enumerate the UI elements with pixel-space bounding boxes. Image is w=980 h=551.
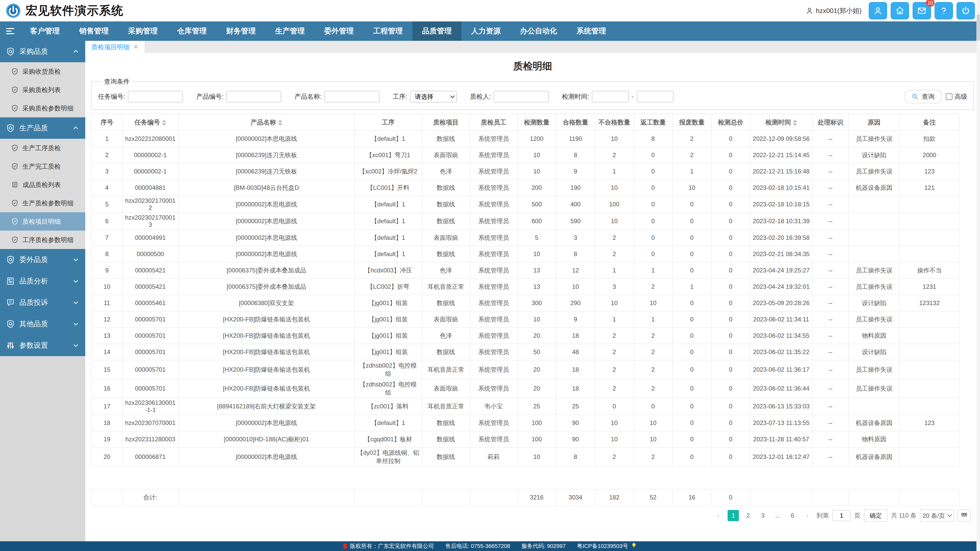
table-row[interactable]: 9000005421[00006375]委外成本叠加成品【hcdx003】冲压色…	[92, 262, 959, 279]
sidebar-item-成品质检列表[interactable]: 成品质检列表	[0, 176, 85, 194]
table-cell: --	[812, 344, 849, 360]
sidebar-group-品质投诉[interactable]: 品质投诉	[0, 292, 85, 313]
nav-item-系统管理[interactable]: 系统管理	[567, 21, 616, 41]
nav-item-人力资源[interactable]: 人力资源	[461, 21, 511, 41]
nav-item-财务管理[interactable]: 财务管理	[216, 21, 266, 41]
table-cell: 员工操作失误	[849, 379, 900, 398]
prev-page-button[interactable]: ‹	[713, 510, 724, 521]
nav-item-办公自动化[interactable]: 办公自动化	[511, 21, 567, 41]
table-cell: 系统管理员	[470, 327, 517, 344]
mail-button[interactable]: 10	[913, 2, 931, 19]
table-row[interactable]: 800000500[00000002]本思电源线【default】1数据线系统管…	[92, 246, 959, 262]
table-cell: 【default】1	[355, 213, 422, 230]
totals-cell: 0	[711, 489, 750, 506]
sidebar-item-生产完工质检[interactable]: 生产完工质检	[0, 157, 85, 176]
nav-item-客户管理[interactable]: 客户管理	[21, 21, 69, 41]
next-page-button[interactable]: ›	[802, 510, 813, 521]
check-time-end-input[interactable]	[637, 91, 673, 103]
table-row[interactable]: 17hzx202306130001-1-1[8894162189]右前大灯横梁安…	[92, 398, 959, 415]
table-row[interactable]: 14000005701[HX200-FB]防爆链条输送包装机【jg001】组装数…	[92, 344, 959, 360]
table-cell: 2023-06-02 11:35:22	[750, 344, 812, 360]
sidebar-group-采购品质[interactable]: 采购品质	[0, 41, 85, 62]
sidebar-group-生产品质[interactable]: 生产品质	[0, 118, 85, 139]
sidebar-group-参数设置[interactable]: 参数设置	[0, 335, 85, 356]
sort-icon[interactable]	[162, 120, 166, 126]
table-cell: [BM-003D]48云台托盘D	[178, 179, 355, 196]
table-row[interactable]: 300000002-1[00006239]连刀无铁板【xc002】冷焊/氩焊2色…	[92, 163, 959, 179]
page-button-6[interactable]: 6	[787, 510, 798, 521]
table-cell: 18	[556, 379, 595, 398]
sidebar-item-生产工序质检[interactable]: 生产工序质检	[0, 139, 85, 157]
table-cell: 12	[92, 311, 122, 327]
sort-icon[interactable]	[278, 120, 282, 126]
process-select[interactable]: 请选择	[410, 91, 457, 103]
sidebar-item-采购质检参数明细[interactable]: 采购质检参数明细	[0, 99, 85, 118]
layout-toggle-button[interactable]	[958, 510, 971, 522]
table-cell	[900, 448, 959, 466]
table-row[interactable]: 1hzx202212080001[00000002]本思电源线【default】…	[92, 130, 959, 147]
table-row[interactable]: 12000005701[HX200-FB]防爆链条输送包装机【jg001】组装表…	[92, 311, 959, 327]
tab-quality-item-detail[interactable]: 质检项目明细 ✕	[85, 41, 145, 53]
nav-item-委外管理[interactable]: 委外管理	[314, 21, 363, 41]
search-button[interactable]: 查询	[904, 90, 942, 103]
home-button[interactable]	[891, 2, 909, 19]
sidebar-group-其他品质[interactable]: 其他品质	[0, 313, 85, 335]
sidebar-item-生产质检参数明细[interactable]: 生产质检参数明细	[0, 194, 85, 212]
table-row[interactable]: 10000005421[00006375]委外成本叠加成品【LC002】折弯耳机…	[92, 279, 959, 295]
table-row[interactable]: 7000004991[00000002]本思电源线【default】1表面瑕疵系…	[92, 230, 959, 246]
inspector-input[interactable]	[493, 91, 549, 103]
product-no-input[interactable]	[226, 91, 281, 103]
table-row[interactable]: 19hzx202311280003[00000010]HD-188(AC)橱柜)…	[92, 431, 959, 448]
table-row[interactable]: 15000005701[HX200-FB]防爆链条输送包装机【zdhsb002】…	[92, 360, 959, 379]
column-header-任务编号[interactable]: 任务编号	[122, 114, 178, 130]
table-row[interactable]: 13000005701[HX200-FB]防爆链条输送包装机【jg001】组装色…	[92, 327, 959, 344]
table-row[interactable]: 6hzx2023021700013[00000002]本思电源线【default…	[92, 213, 959, 230]
column-header-产品名称[interactable]: 产品名称	[178, 114, 355, 130]
table-cell	[900, 431, 959, 448]
confirm-button[interactable]: 确定	[864, 510, 887, 522]
table-row[interactable]: 18hzx202307070001[00000002]本思电源线【default…	[92, 415, 959, 431]
sort-icon[interactable]	[793, 120, 797, 126]
user-info[interactable]: hzx001(郑小姐)	[806, 6, 862, 15]
help-button[interactable]	[935, 2, 953, 19]
sidebar-item-采购收货质检[interactable]: 采购收货质检	[0, 62, 85, 81]
check-time-start-input[interactable]	[592, 91, 628, 103]
product-name-input[interactable]	[325, 91, 380, 103]
advanced-checkbox[interactable]	[946, 94, 953, 100]
table-row[interactable]: 4000004881[BM-003D]48云台托盘D【LC001】开料数据线系统…	[92, 179, 959, 196]
power-button[interactable]	[956, 2, 975, 19]
avatar-button[interactable]	[869, 2, 887, 19]
page-button-2[interactable]: 2	[742, 510, 754, 521]
table-row[interactable]: 5hzx2023021700012[00000002]本思电源线【default…	[92, 196, 959, 213]
table-cell: 2022-12-21 15:14:45	[750, 147, 812, 163]
page-button-1[interactable]: 1	[728, 510, 739, 521]
task-no-input[interactable]	[128, 91, 183, 103]
sidebar-item-工序质检参数明细[interactable]: 工序质检参数明细	[0, 230, 85, 249]
scrollbar-thumb[interactable]	[977, 14, 980, 41]
table-row[interactable]: 200000002-1[00006239]连刀无铁板【xc001】弯刀1表面瑕疵…	[92, 147, 959, 163]
table-row[interactable]: 16000005701[HX200-FB]防爆链条输送包装机【zdhsb002】…	[92, 379, 959, 398]
page-scrollbar[interactable]	[977, 0, 980, 551]
page-size-select[interactable]: 20 条/页	[920, 510, 954, 522]
nav-item-销售管理[interactable]: 销售管理	[69, 21, 118, 41]
sidebar-item-采购质检列表[interactable]: 采购质检列表	[0, 81, 85, 99]
column-header-检测时间[interactable]: 检测时间	[750, 114, 812, 130]
sidebar-item-质检项目明细[interactable]: 质检项目明细	[0, 212, 85, 230]
nav-item-采购管理[interactable]: 采购管理	[118, 21, 167, 41]
table-cell: 3	[556, 230, 595, 246]
table-row[interactable]: 20000006871[00000002]本思电源线【dy02】电源线铜、铝单丝…	[92, 448, 959, 466]
page-button-3[interactable]: 3	[757, 510, 768, 521]
menu-toggle-icon[interactable]	[0, 21, 21, 41]
sidebar-group-品质分析[interactable]: 品质分析	[0, 270, 85, 292]
nav-item-工程管理[interactable]: 工程管理	[363, 21, 412, 41]
sidebar-group-委外品质[interactable]: 委外品质	[0, 249, 85, 270]
nav-item-品质管理[interactable]: 品质管理	[412, 21, 461, 41]
footer-icp[interactable]: 粤ICP备10239503号	[577, 542, 628, 550]
nav-item-生产管理[interactable]: 生产管理	[266, 21, 314, 41]
page-button-...[interactable]: ...	[772, 510, 783, 521]
tab-close-icon[interactable]: ✕	[133, 43, 138, 51]
table-cell: 机器设备原因	[849, 415, 900, 431]
goto-page-input[interactable]	[832, 510, 851, 521]
table-row[interactable]: 11000005461[00006380]双安支架【jg001】组装数据线系统管…	[92, 295, 959, 311]
nav-item-仓库管理[interactable]: 仓库管理	[167, 21, 216, 41]
